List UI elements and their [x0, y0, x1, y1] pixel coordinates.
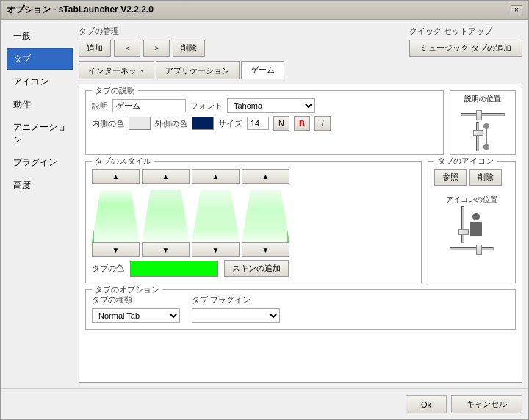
tab-internet[interactable]: インターネット	[79, 61, 154, 79]
font-select[interactable]: Tahoma	[227, 98, 315, 113]
delete-tab-button[interactable]: 削除	[173, 40, 205, 57]
color-row: 内側の色 外側の色 サイズ N B I	[92, 116, 437, 131]
down-arrow-1[interactable]: ▼	[92, 242, 140, 257]
tab-options-label: タブのオプション	[92, 284, 162, 295]
icon-v-track	[461, 206, 464, 243]
tab-game[interactable]: ゲーム	[241, 61, 284, 79]
tab-description-group: タブの説明 説明 フォント Tahoma 内側の色 外側の	[85, 90, 444, 155]
main-window: オプション - sTabLauncher V2.2.2.0 × 一般 タブ アイ…	[0, 0, 529, 420]
up-arrow-1[interactable]: ▲	[92, 169, 140, 184]
tab-description-label: タブの説明	[92, 85, 138, 96]
marker-bottom	[483, 144, 489, 150]
desc-input[interactable]	[112, 99, 186, 112]
person-head-icon	[472, 213, 480, 220]
tab-management: タブの管理 追加 ＜ ＞ 削除	[79, 26, 205, 57]
ok-button[interactable]: Ok	[406, 395, 447, 413]
marker-top	[483, 123, 489, 129]
down-arrow-4[interactable]: ▼	[242, 242, 289, 257]
down-arrow-buttons: ▼ ▼ ▼ ▼	[92, 242, 415, 257]
tab-type-label: タブの種類	[92, 294, 180, 305]
tab-preview-1	[92, 187, 140, 242]
sidebar-item-plugin[interactable]: プラグイン	[7, 152, 73, 173]
tab-icon-panel: タブのアイコン 参照 削除 アイコンの位置	[428, 161, 516, 283]
options-section: タブの種類 Normal Tab タブ プラグイン	[92, 294, 509, 323]
icon-position-area: アイコンの位置	[434, 195, 509, 250]
position-markers	[483, 123, 489, 150]
bottom-bar: Ok キャンセル	[1, 388, 528, 419]
quick-setup: クイック セットアップ ミュージック タブの追加	[409, 26, 522, 57]
tab-content: タブの説明 説明 フォント Tahoma 内側の色 外側の	[79, 84, 522, 383]
person-body-icon	[470, 222, 482, 236]
icon-position-label: アイコンの位置	[446, 195, 497, 205]
sidebar-item-general[interactable]: 一般	[7, 26, 73, 47]
tab-style-group: タブのスタイル ▲ ▲ ▲ ▲	[85, 161, 422, 283]
up-arrow-4[interactable]: ▲	[242, 169, 289, 184]
bold-format-button[interactable]: B	[294, 116, 310, 131]
up-arrow-2[interactable]: ▲	[142, 169, 190, 184]
sidebar-item-animation[interactable]: アニメーション	[7, 117, 73, 151]
marker-line	[486, 129, 487, 144]
music-tab-button[interactable]: ミュージック タブの追加	[409, 40, 522, 57]
icon-h-thumb[interactable]	[476, 245, 482, 255]
desc-label: 説明	[92, 101, 108, 112]
desc-row: 説明 フォント Tahoma	[92, 98, 437, 113]
close-button[interactable]: ×	[511, 5, 522, 15]
main-panel: タブの管理 追加 ＜ ＞ 削除 クイック セットアップ ミュージック タブの追加…	[79, 26, 522, 383]
outer-color-label: 外側の色	[155, 118, 187, 129]
sidebar-item-tab[interactable]: タブ	[7, 48, 73, 70]
tab-options-group: タブのオプション タブの種類 Normal Tab タブ プラグイン	[85, 289, 516, 330]
quick-setup-label: クイック セットアップ	[409, 26, 522, 37]
tab-plugin-group: タブ プラグイン	[192, 294, 280, 323]
next-tab-button[interactable]: ＞	[143, 40, 170, 57]
content-area: 一般 タブ アイコン 動作 アニメーション プラグイン 高度	[1, 20, 528, 388]
tab-type-select[interactable]: Normal Tab	[92, 308, 180, 323]
style-outer: タブのスタイル ▲ ▲ ▲ ▲	[85, 161, 516, 283]
tab-management-buttons: 追加 ＜ ＞ 削除	[79, 40, 205, 57]
add-skin-button[interactable]: スキンの追加	[224, 260, 289, 277]
tab-preview-4	[242, 187, 289, 242]
tab-color-label: タブの色	[92, 263, 124, 274]
prev-tab-button[interactable]: ＜	[114, 40, 140, 57]
italic-format-button[interactable]: I	[314, 116, 331, 131]
down-arrow-3[interactable]: ▼	[192, 242, 240, 257]
position-panel: 説明の位置	[450, 90, 516, 155]
sidebar: 一般 タブ アイコン 動作 アニメーション プラグイン 高度	[7, 26, 73, 383]
h-slider-thumb[interactable]	[476, 110, 482, 120]
size-label: サイズ	[218, 118, 242, 129]
inner-color-swatch[interactable]	[129, 117, 151, 130]
tab-preview-3	[192, 187, 240, 242]
tab-management-label: タブの管理	[79, 26, 205, 37]
window-title: オプション - sTabLauncher V2.2.2.0	[7, 4, 154, 16]
inner-color-label: 内側の色	[92, 118, 124, 129]
delete-icon-button[interactable]: 削除	[469, 169, 502, 186]
add-tab-button[interactable]: 追加	[79, 40, 111, 57]
cancel-button[interactable]: キャンセル	[451, 395, 522, 413]
tab-preview-2	[142, 187, 190, 242]
size-input[interactable]	[247, 117, 269, 130]
h-slider-track	[461, 113, 505, 116]
outer-color-swatch[interactable]	[192, 117, 214, 130]
v-slider-track	[476, 122, 479, 151]
v-slider-thumb[interactable]	[473, 130, 483, 136]
tab-icon-label: タブのアイコン	[434, 156, 497, 167]
browse-icon-button[interactable]: 参照	[434, 169, 467, 186]
color-row-bottom: タブの色 スキンの追加	[92, 260, 415, 277]
up-arrow-3[interactable]: ▲	[192, 169, 240, 184]
down-arrow-2[interactable]: ▼	[142, 242, 190, 257]
tab-plugin-label: タブ プラグイン	[192, 294, 280, 305]
icon-person	[470, 213, 482, 236]
icon-v-slider-container	[461, 206, 464, 243]
tab-application[interactable]: アプリケーション	[156, 61, 240, 79]
sidebar-item-icon[interactable]: アイコン	[7, 71, 73, 93]
icon-v-thumb[interactable]	[458, 229, 469, 235]
description-row: タブの説明 説明 フォント Tahoma 内側の色 外側の	[85, 90, 516, 155]
tab-plugin-select[interactable]	[192, 308, 280, 323]
tab-style-label: タブのスタイル	[92, 156, 154, 167]
sidebar-item-action[interactable]: 動作	[7, 94, 73, 115]
tab-color-swatch[interactable]	[130, 261, 218, 277]
position-label: 説明の位置	[464, 94, 501, 104]
sidebar-item-advanced[interactable]: 高度	[7, 175, 73, 196]
title-bar: オプション - sTabLauncher V2.2.2.0 ×	[1, 1, 528, 20]
icon-buttons: 参照 削除	[434, 169, 509, 186]
normal-format-button[interactable]: N	[273, 116, 289, 131]
